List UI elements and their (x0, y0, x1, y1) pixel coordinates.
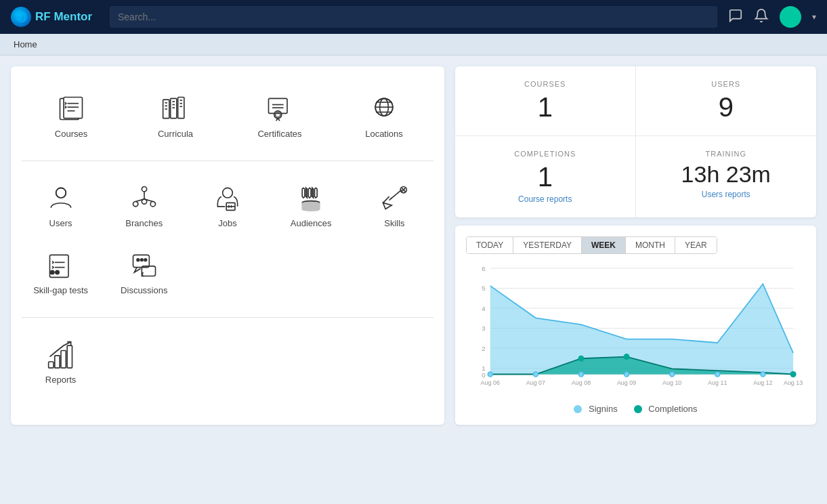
locations-icon (369, 93, 399, 123)
svg-line-20 (278, 119, 280, 121)
jobs-label: Jobs (218, 218, 236, 228)
users-reports-link[interactable]: Users reports (652, 190, 801, 199)
completions-legend-label: Completions (648, 404, 697, 414)
chart-area: TODAY YESTERDAY WEEK MONTH YEAR 6 (455, 226, 816, 425)
svg-text:5: 5 (482, 285, 486, 292)
svg-text:Aug 13: Aug 13 (784, 379, 803, 386)
chart-svg-wrap: 6 5 4 3 2 1 0 Aug 06 Aug 07 Aug 08 Aug 0… (466, 262, 805, 398)
reports-icon (46, 339, 76, 369)
courses-stat: COURSES 1 (455, 66, 636, 136)
tab-month[interactable]: MONTH (626, 237, 675, 253)
avatar-chevron[interactable]: ▾ (812, 12, 816, 22)
svg-text:0: 0 (482, 371, 486, 379)
sidebar-item-certificates[interactable]: Certificates (230, 83, 329, 150)
chat-button[interactable] (728, 8, 743, 26)
svg-point-54 (55, 270, 59, 274)
completions-stat: COMPLETIONS 1 Course reports (455, 136, 636, 217)
svg-point-58 (144, 259, 147, 261)
audiences-icon (296, 183, 326, 213)
avatar[interactable] (780, 6, 801, 28)
svg-point-94 (578, 356, 585, 362)
training-stat-value: 13h 23m (652, 162, 801, 187)
tab-yesterday[interactable]: YESTERDAY (513, 237, 582, 253)
training-stat-label: TRAINING (652, 150, 801, 158)
breadcrumb-text: Home (14, 39, 37, 49)
users-label: Users (49, 218, 72, 228)
breadcrumb: Home (0, 34, 827, 56)
svg-line-38 (144, 199, 153, 202)
chart-svg: 6 5 4 3 2 1 0 Aug 06 Aug 07 Aug 08 Aug 0… (466, 262, 805, 396)
svg-point-88 (578, 372, 583, 377)
tab-today[interactable]: TODAY (467, 237, 513, 253)
svg-point-39 (223, 188, 233, 198)
svg-point-96 (790, 371, 797, 377)
sidebar-item-skill-gap-tests[interactable]: Skill-gap tests (22, 239, 100, 306)
chart-tabs: TODAY YESTERDAY WEEK MONTH YEAR (466, 236, 717, 254)
locations-label: Locations (365, 129, 403, 139)
sidebar-item-discussions[interactable]: Discussions (105, 239, 183, 306)
svg-text:Aug 10: Aug 10 (662, 379, 681, 386)
svg-rect-60 (48, 362, 53, 368)
branches-label: Branches (125, 218, 163, 228)
signins-legend-label: Signins (589, 404, 618, 414)
main-content: Courses Curricula (0, 56, 827, 436)
certificates-icon (265, 93, 295, 123)
svg-point-92 (761, 372, 765, 377)
brand-icon: 🌐 (11, 7, 31, 27)
navbar-icons: ▾ (728, 6, 816, 28)
skill-gap-tests-icon (46, 250, 76, 280)
svg-text:6: 6 (482, 265, 486, 272)
svg-point-56 (137, 259, 140, 261)
branches-icon (129, 183, 159, 213)
courses-icon (56, 93, 86, 123)
divider-2 (22, 317, 433, 318)
courses-stat-label: COURSES (471, 80, 619, 88)
sidebar-item-users[interactable]: Users (22, 172, 100, 239)
menu-row1: Courses Curricula (22, 83, 433, 150)
svg-point-91 (715, 372, 720, 377)
svg-text:4: 4 (482, 305, 486, 312)
audiences-label: Audiences (291, 218, 332, 228)
sidebar-item-audiences[interactable]: Audiences (272, 172, 350, 239)
svg-point-32 (142, 187, 146, 192)
chart-legend: Signins Completions (466, 404, 805, 414)
discussions-label: Discussions (121, 285, 167, 295)
course-reports-link[interactable]: Course reports (471, 194, 619, 204)
menu-row3: Skill-gap tests Discussions (22, 239, 433, 306)
sidebar-item-curricula[interactable]: Curricula (126, 83, 225, 150)
sidebar-item-jobs[interactable]: Jobs (188, 172, 266, 239)
svg-point-53 (50, 270, 54, 274)
menu-row4: Reports (22, 329, 433, 396)
svg-text:Aug 07: Aug 07 (526, 379, 545, 386)
svg-rect-1 (64, 98, 83, 119)
tab-year[interactable]: YEAR (675, 237, 717, 253)
svg-text:Aug 08: Aug 08 (572, 379, 591, 386)
tab-week[interactable]: WEEK (582, 237, 626, 253)
svg-point-95 (624, 354, 630, 360)
svg-rect-62 (61, 351, 66, 369)
brand-name: RF Mentor (35, 10, 92, 24)
signins-legend: Signins (574, 404, 617, 414)
sidebar-item-skills[interactable]: Skills (356, 172, 433, 239)
courses-stat-value: 1 (471, 92, 619, 122)
users-stat-label: USERS (652, 80, 801, 88)
notifications-button[interactable] (754, 8, 769, 26)
menu-row2: Users Branches (22, 172, 433, 239)
curricula-label: Curricula (158, 129, 193, 139)
users-icon (46, 183, 76, 213)
svg-line-46 (391, 190, 402, 199)
divider-1 (22, 161, 433, 161)
svg-text:Aug 09: Aug 09 (617, 379, 636, 386)
search-input[interactable] (110, 6, 717, 28)
svg-text:Aug 11: Aug 11 (708, 379, 727, 386)
jobs-icon (213, 183, 242, 213)
sidebar-item-reports[interactable]: Reports (22, 329, 100, 396)
sidebar-item-locations[interactable]: Locations (335, 83, 433, 150)
svg-point-33 (133, 202, 137, 207)
sidebar-item-courses[interactable]: Courses (22, 83, 121, 150)
sidebar-item-branches[interactable]: Branches (105, 172, 183, 239)
svg-line-37 (135, 199, 144, 202)
svg-text:Aug 06: Aug 06 (481, 379, 500, 386)
svg-rect-61 (54, 356, 59, 368)
svg-point-90 (670, 372, 675, 377)
